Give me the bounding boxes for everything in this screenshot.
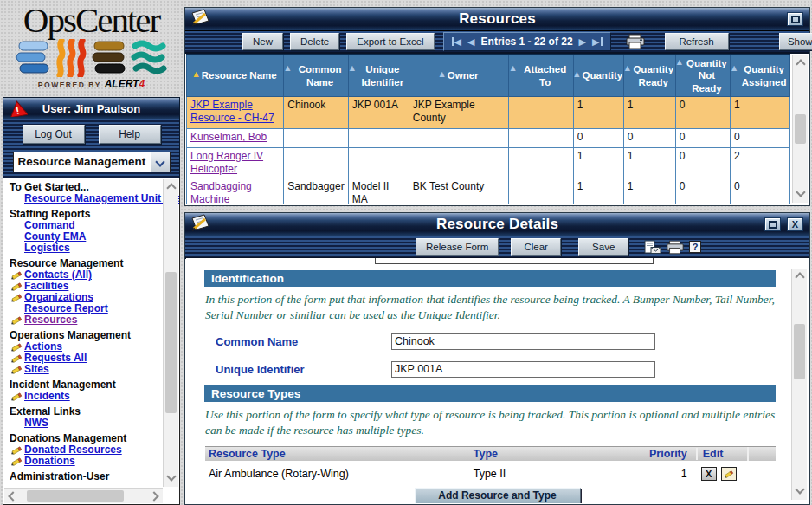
column-header-quantity[interactable]: ▲Quantity (573, 55, 623, 97)
edit-resource-type-button[interactable] (721, 467, 737, 481)
sort-icon: ▲ (677, 57, 682, 68)
table-row[interactable]: Kunselman, Bob 0 0 0 0 (187, 129, 790, 148)
scroll-down-arrow[interactable] (792, 486, 807, 493)
column-header-unique-identifier[interactable]: ▲Unique Identifier (348, 55, 409, 97)
col-priority: Priority (633, 448, 695, 460)
column-header-common-name[interactable]: ▲Common Name (284, 55, 348, 97)
close-button[interactable]: X (787, 217, 803, 231)
alert-icon: ! (9, 100, 28, 117)
clear-button[interactable]: Clear (511, 238, 561, 256)
sidebar-item-resources[interactable]: Resources (10, 314, 179, 326)
delete-button[interactable]: Delete (290, 33, 339, 50)
sort-icon: ▲ (625, 63, 630, 74)
col-edit: Edit (696, 448, 747, 460)
resource-link[interactable]: Long Ranger IV Helicopter (190, 150, 263, 175)
waves-icon (131, 39, 167, 77)
module-select-arrow[interactable] (151, 152, 170, 172)
scroll-up-arrow[interactable] (793, 61, 808, 68)
sidebar-item-sites[interactable]: Sites (10, 364, 179, 375)
scroll-up-arrow[interactable] (164, 185, 178, 191)
user-panel-body: Log Out Help Resource Management (3, 119, 179, 179)
pencil-icon (723, 469, 734, 479)
water-bars-icon (16, 39, 52, 77)
nav-horizontal-scrollbar[interactable] (4, 488, 163, 503)
close-icon: X (792, 220, 798, 230)
add-resource-and-type-button[interactable]: Add Resource and Type (415, 488, 581, 503)
type-value: Type II (474, 468, 634, 480)
unique-identifier-input[interactable] (391, 361, 655, 378)
table-row[interactable]: Sandbagging Machine Sandbagger Model II … (187, 178, 790, 204)
release-form-button[interactable]: Release Form (416, 238, 499, 256)
nav-link[interactable]: Resource Management Unit Lead (24, 193, 180, 204)
identification-description: In this portion of the form put that inf… (205, 292, 783, 322)
opscenter-logo: OpsCenter POWER (0, 2, 183, 95)
export-document-icon[interactable] (644, 240, 661, 255)
header-row: ▲Resource Name ▲Common Name ▲Unique Iden… (187, 55, 790, 97)
common-name-input[interactable] (391, 333, 655, 350)
logo-wordmark: OpsCenter (0, 2, 183, 39)
scroll-left-arrow[interactable] (10, 489, 16, 503)
export-to-excel-button[interactable]: Export to Excel (346, 33, 434, 50)
column-header-quantity-ready[interactable]: ▲Quantity Ready (623, 55, 675, 97)
table-row-selected[interactable]: JKP Example Resource - CH-47 Chinook JKP… (187, 97, 790, 129)
sidebar-item-nws[interactable]: NWS (10, 418, 179, 429)
sidebar-item-resource-management-unit-lead[interactable]: Resource Management Unit Lead (10, 193, 179, 204)
logout-button[interactable]: Log Out (23, 125, 85, 144)
scroll-thumb[interactable] (27, 490, 124, 502)
common-name-label: Common Name (216, 335, 391, 348)
scroll-down-arrow[interactable] (164, 473, 178, 480)
resource-details-panel: Resource Details X Release Form Clear Sa… (184, 212, 810, 505)
column-header-quantity-assigned[interactable]: ▲Quantity Assigned (731, 55, 790, 97)
resource-types-table-header: Resource Type Type Priority Edit (205, 446, 776, 461)
maximize-button[interactable] (764, 217, 781, 231)
column-header-owner[interactable]: ▲Owner (409, 55, 509, 97)
column-header-resource-name[interactable]: ▲Resource Name (187, 55, 284, 97)
resource-link[interactable]: Sandbagging Machine (190, 180, 252, 204)
details-titlebar: Resource Details X (185, 213, 809, 236)
resources-table: ▲Resource Name ▲Common Name ▲Unique Iden… (186, 54, 790, 204)
help-button[interactable]: Help (99, 125, 161, 144)
print-icon[interactable] (666, 240, 685, 255)
resource-types-section-header: Resource Types (204, 385, 776, 402)
refresh-button[interactable]: Refresh (665, 33, 729, 50)
last-page-button[interactable]: ▶ (592, 37, 602, 47)
column-header-quantity-not-ready[interactable]: ▲Quantity Not Ready (675, 55, 730, 97)
resource-types-description: Use this portion of the form to specify … (205, 407, 783, 437)
save-button[interactable]: Save (578, 238, 628, 256)
scroll-right-arrow[interactable] (151, 489, 158, 503)
scroll-thumb[interactable] (794, 324, 805, 379)
details-vertical-scrollbar[interactable] (791, 269, 807, 500)
delete-resource-type-button[interactable]: X (701, 467, 717, 481)
resource-link[interactable]: JKP Example Resource - CH-47 (190, 99, 274, 124)
next-page-button[interactable]: ▶ (579, 37, 586, 47)
new-button[interactable]: New (242, 33, 283, 50)
entries-count-text: Entries 1 - 22 of 22 (481, 36, 573, 48)
pencil-icon (10, 292, 24, 303)
show-filters-button[interactable]: Show Filters (779, 33, 812, 50)
table-row[interactable]: Long Ranger IV Helicopter 1 1 0 2 (187, 148, 790, 178)
resource-link[interactable]: Kunselman, Bob (190, 131, 267, 143)
sidebar-item-logistics[interactable]: Logistics (10, 243, 179, 254)
resources-panel: Resources New Delete Export to Excel ◀ ◀… (184, 7, 810, 206)
priority-value: 1 (633, 468, 695, 480)
help-icon[interactable]: ? (689, 241, 701, 253)
unique-identifier-label: Unique Identifier (216, 363, 391, 376)
resources-vertical-scrollbar[interactable] (792, 55, 808, 203)
details-toolbar: Release Form Clear Save ? (185, 236, 809, 259)
previous-page-button[interactable]: ◀ (467, 37, 474, 47)
print-icon[interactable] (625, 34, 646, 49)
nav-vertical-scrollbar[interactable] (163, 179, 178, 487)
scroll-thumb[interactable] (165, 272, 177, 413)
scroll-up-arrow[interactable] (792, 274, 807, 281)
scroll-down-arrow[interactable] (793, 189, 808, 196)
resource-types-table: Resource Type Type Priority Edit Air Amb… (205, 446, 776, 484)
sidebar-item-donations[interactable]: Donations (10, 456, 179, 467)
maximize-button[interactable] (787, 12, 803, 26)
module-select[interactable]: Resource Management (13, 152, 171, 172)
column-header-attached-to[interactable]: ▲Attached To (509, 55, 573, 97)
sidebar-item-incidents[interactable]: Incidents (10, 391, 179, 402)
resources-panel-title: Resources (185, 10, 809, 28)
scroll-thumb[interactable] (795, 114, 806, 144)
clipped-input[interactable] (375, 258, 654, 264)
first-page-button[interactable]: ◀ (452, 37, 461, 47)
